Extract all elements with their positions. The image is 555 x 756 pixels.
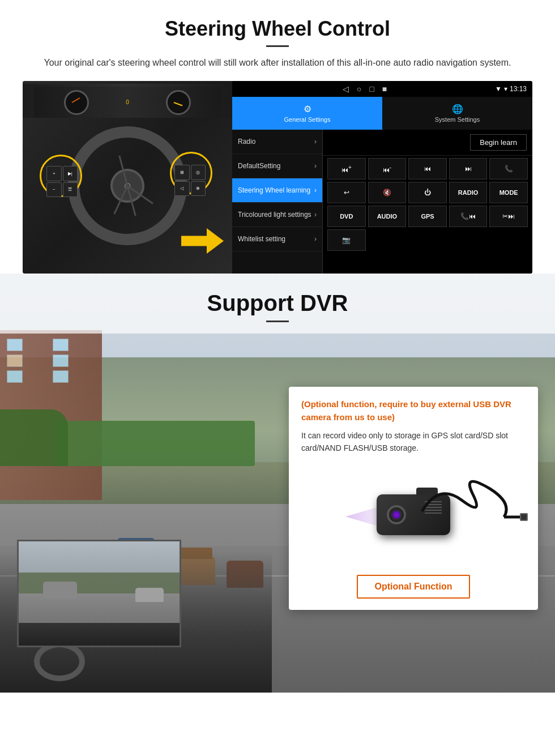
android-ui: ◁ ○ □ ■ ▼ ▾ 13:13 ⚙ General Settings xyxy=(232,81,532,274)
ctrl-btn-power[interactable]: ⏻ xyxy=(408,182,447,203)
lens-element xyxy=(392,511,400,519)
mute-icon: 🔇 xyxy=(383,189,391,197)
back-icon: ◁ xyxy=(343,84,349,93)
building-windows xyxy=(0,330,102,391)
ctrl-btn-vol-down[interactable]: ⏮- xyxy=(368,158,407,180)
camera-icon: 📷 xyxy=(342,236,351,244)
steering-demo: 0 ⊙ xyxy=(23,81,532,274)
prev-track-icon: ⏮ xyxy=(424,165,431,173)
dvr-info-card: (Optional function, require to buy exter… xyxy=(289,387,538,610)
nav-icons: ◁ ○ □ ■ xyxy=(238,84,492,93)
ctrl-btn-dvd[interactable]: DVD xyxy=(327,206,366,227)
audio-label: AUDIO xyxy=(377,213,397,220)
status-icons: ▼ ▾ 13:13 xyxy=(495,85,527,93)
signal-icon: ▼ xyxy=(495,85,502,93)
tree-left xyxy=(0,409,68,466)
dvr-thumbnail xyxy=(17,540,181,647)
ctrl-btn-prev[interactable]: ⏮ xyxy=(408,158,447,180)
gauge-right xyxy=(166,90,191,115)
ctrl-btn-gps[interactable]: GPS xyxy=(408,206,447,227)
chevron-icon-2: › xyxy=(314,162,317,170)
dvr-camera-illustration xyxy=(301,464,526,566)
gauge-needle-2 xyxy=(174,102,183,106)
menu-item-radio[interactable]: Radio › xyxy=(232,130,322,154)
dvr-description: It can record video only to storage in G… xyxy=(301,429,526,455)
sw-btn-3: − xyxy=(46,182,62,198)
home-icon: ○ xyxy=(357,84,361,93)
thumb-car1 xyxy=(43,582,77,599)
gps-label: GPS xyxy=(421,213,434,220)
cut-next-icon: ✂⏭ xyxy=(502,212,515,220)
page-title: Steering Wheel Control xyxy=(23,17,532,41)
chevron-icon-4: › xyxy=(314,211,317,219)
sw-btn-7: ◁ xyxy=(174,181,190,197)
clock: 13:13 xyxy=(510,85,527,93)
steering-wheel-container: 0 ⊙ xyxy=(23,81,232,274)
menu-item-default[interactable]: DefaultSetting › xyxy=(232,154,322,178)
control-buttons-grid: ⏮+ ⏮- ⏮ ⏭ 📞 ↩ 🔇 ⏻ RADIO MODE DVD AUDIO xyxy=(323,156,532,253)
ctrl-btn-audio[interactable]: AUDIO xyxy=(368,206,407,227)
sw-btn-5: ⊞ xyxy=(174,165,190,180)
tab-system-settings[interactable]: 🌐 System Settings xyxy=(382,97,532,130)
network-icon: 🌐 xyxy=(452,104,463,114)
window-4 xyxy=(53,354,69,367)
power-icon: ⏻ xyxy=(424,189,431,197)
chevron-icon: › xyxy=(314,138,317,146)
dvr-divider xyxy=(266,321,289,322)
gauge-left xyxy=(64,90,89,115)
thumb-car2 xyxy=(135,588,164,602)
ctrl-btn-mute[interactable]: 🔇 xyxy=(368,182,407,203)
ctrl-btn-cut-next[interactable]: ✂⏭ xyxy=(489,206,528,227)
sw-btn-4: ☰ xyxy=(63,182,78,198)
dvr-background: Support DVR (Optional function, require … xyxy=(0,274,555,693)
ctrl-btn-mode[interactable]: MODE xyxy=(489,182,528,203)
sw-btn-6: ◎ xyxy=(191,165,206,180)
sw-btn-2: ▶| xyxy=(63,166,78,181)
dvd-label: DVD xyxy=(340,213,353,220)
chevron-icon-5: › xyxy=(314,235,317,243)
settings-tabs[interactable]: ⚙ General Settings 🌐 System Settings xyxy=(232,97,532,130)
sw-left-buttons: + ▶| − ☰ xyxy=(46,166,78,197)
steering-section: Steering Wheel Control Your original car… xyxy=(0,0,555,274)
begin-learn-button[interactable]: Begin learn xyxy=(470,134,527,151)
interior-sw xyxy=(34,642,85,681)
dvr-optional-text: (Optional function, require to buy exter… xyxy=(301,398,526,424)
ctrl-btn-next[interactable]: ⏭ xyxy=(449,158,488,180)
camera-lens xyxy=(387,505,406,524)
menu-tricoloured-label: Tricoloured light settings xyxy=(238,211,311,219)
camera-assembly xyxy=(377,494,450,535)
tab-general-label: General Settings xyxy=(284,116,331,123)
menu-steering-label: Steering Wheel learning xyxy=(238,186,310,194)
ctrl-btn-phone[interactable]: 📞 xyxy=(489,158,528,180)
dvr-title: Support DVR xyxy=(23,291,532,316)
phone-icon: 📞 xyxy=(505,165,513,173)
menu-radio-label: Radio xyxy=(238,138,255,146)
wifi-icon: ▾ xyxy=(504,85,507,93)
dvr-section: Support DVR (Optional function, require … xyxy=(0,274,555,693)
ctrl-btn-radio[interactable]: RADIO xyxy=(449,182,488,203)
chevron-icon-3: › xyxy=(314,186,317,194)
left-menu: Radio › DefaultSetting › Steering Wheel … xyxy=(232,130,323,274)
ctrl-btn-vol-up[interactable]: ⏮+ xyxy=(327,158,366,180)
begin-learn-row: Begin learn xyxy=(323,130,532,156)
menu-item-tricoloured[interactable]: Tricoloured light settings › xyxy=(232,203,322,227)
back-call-icon: ↩ xyxy=(344,189,349,197)
tab-general-settings[interactable]: ⚙ General Settings xyxy=(232,97,382,130)
section-subtitle: Your original car's steering wheel contr… xyxy=(34,56,521,70)
menu-area: Radio › DefaultSetting › Steering Wheel … xyxy=(232,130,532,274)
window-5 xyxy=(7,370,23,383)
status-bar: ◁ ○ □ ■ ▼ ▾ 13:13 xyxy=(232,81,532,97)
ctrl-btn-phone-prev[interactable]: 📞⏮ xyxy=(449,206,488,227)
gauge-bar: 0 xyxy=(34,87,221,118)
svg-rect-2 xyxy=(521,514,527,520)
optional-function-button[interactable]: Optional Function xyxy=(357,575,471,599)
gear-icon: ⚙ xyxy=(304,104,311,114)
ctrl-btn-camera[interactable]: 📷 xyxy=(327,229,366,251)
window-1 xyxy=(7,339,23,351)
menu-item-steering[interactable]: Steering Wheel learning › xyxy=(232,178,322,203)
menu-item-whitelist[interactable]: Whitelist setting › xyxy=(232,227,322,251)
ctrl-btn-back[interactable]: ↩ xyxy=(327,182,366,203)
sw-btn-1: + xyxy=(46,166,62,181)
vol-up-icon: ⏮+ xyxy=(341,164,352,174)
sw-btn-8: ⊕ xyxy=(191,181,206,197)
